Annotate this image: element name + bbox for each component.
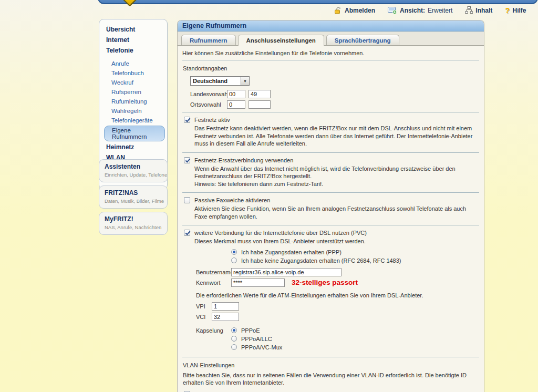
festnetz-aktiv-label: Festnetz aktiv: [194, 117, 230, 123]
radio-pppoe-label: PPPoE: [241, 327, 260, 334]
ortsvorwahl-prefix-input[interactable]: [227, 100, 245, 109]
tab-content: Hier können Sie zusätzliche Einstellunge…: [178, 46, 484, 392]
view-value: Erweitert: [428, 7, 452, 14]
vci-input[interactable]: [212, 313, 239, 321]
ersatzverbindung-label: Festnetz-Ersatzverbindung verwenden: [194, 157, 293, 163]
radio-ppp-label: Ich habe Zugangsdaten erhalten (PPP): [241, 249, 342, 255]
radio-pppoe[interactable]: PPPoE: [231, 327, 282, 334]
ortsvorwahl-row: Ortsvorwahl: [190, 100, 479, 109]
radio-rfc[interactable]: Ich habe keine Zugangsdaten erhalten (RF…: [231, 257, 479, 264]
sidebar-item-telefonie[interactable]: Telefonie: [99, 45, 167, 56]
padlock-icon: [334, 7, 342, 14]
kapselung-row: Kapselung PPPoE PPPoA/LLC PPPoA/VC-Mu: [196, 326, 479, 353]
festnetz-aktiv-checkbox[interactable]: Festnetz aktiv: [184, 117, 479, 123]
pvc-section: weitere Verbindung für die Internettelef…: [182, 225, 479, 357]
myfritz-box[interactable]: MyFRITZ! NAS, Anrufe, Nachrichten: [99, 212, 168, 235]
contents-button[interactable]: Inhalt: [465, 6, 492, 14]
kapselung-radio-group: PPPoE PPPoA/LLC PPPoA/VC-Mux: [231, 326, 282, 353]
country-select[interactable]: Deutschland ▼: [190, 76, 250, 86]
fritzbox-ui: Abmelden Ansicht: Erweitert Inhalt ? Hil: [0, 0, 538, 392]
checkbox-icon[interactable]: [184, 230, 190, 236]
logout-button[interactable]: Abmelden: [334, 7, 375, 14]
sidebar-item-internet[interactable]: Internet: [99, 35, 167, 45]
faxweiche-section: Passive Faxweiche aktivieren Aktivieren …: [182, 193, 479, 225]
assistenten-box[interactable]: Assistenten Einrichten, Update, Telefone: [99, 159, 168, 182]
pvc-checkbox[interactable]: weitere Verbindung für die Internettelef…: [184, 230, 479, 236]
tab-anschlusseinstellungen[interactable]: Anschlusseinstellungen: [238, 35, 324, 46]
vlan-desc: Bitte beachten Sie, dass nur in seltenen…: [183, 372, 479, 387]
checkbox-icon[interactable]: [184, 197, 190, 203]
standort-section: Standortangaben Deutschland ▼ Landesvorw…: [182, 60, 479, 112]
password-annotation: 32-stelliges passort: [292, 278, 358, 286]
sidebar-item-rufumleitung[interactable]: Rufumleitung: [99, 97, 167, 106]
kapselung-label: Kapselung: [196, 326, 231, 353]
radio-icon[interactable]: [231, 344, 237, 350]
checkbox-icon[interactable]: [184, 157, 190, 163]
contents-label: Inhalt: [475, 7, 492, 14]
sidebar-item-heimnetz[interactable]: Heimnetz: [99, 142, 167, 152]
top-menu: Abmelden Ansicht: Erweitert Inhalt ? Hil: [334, 6, 526, 15]
vlan-heading: VLAN-Einstellungen: [183, 362, 479, 368]
faxweiche-checkbox[interactable]: Passive Faxweiche aktivieren: [184, 197, 479, 203]
radio-rfc-label: Ich habe keine Zugangsdaten erhalten (RF…: [241, 257, 401, 264]
box-subtitle: Daten, Musik, Bilder, Filme: [105, 198, 167, 204]
ersatzverbindung-desc: Wenn die Anwahl über das Internet nicht …: [194, 165, 479, 180]
dropdown-arrow-icon[interactable]: ▼: [241, 77, 249, 85]
sidebar-item-anrufe[interactable]: Anrufe: [99, 59, 167, 68]
radio-icon[interactable]: [231, 249, 237, 255]
view-toggle[interactable]: Ansicht: Erweitert: [388, 6, 452, 14]
radio-ppp[interactable]: Ich habe Zugangsdaten erhalten (PPP): [231, 249, 479, 255]
faxweiche-label: Passive Faxweiche aktivieren: [194, 197, 270, 203]
help-label: Hilfe: [513, 7, 526, 14]
landesvorwahl-row: Landesvorwahl: [190, 90, 479, 98]
standort-heading: Standortangaben: [183, 65, 479, 71]
radio-icon[interactable]: [231, 257, 237, 263]
vpi-input[interactable]: [212, 302, 239, 311]
username-label: Benutzername: [196, 269, 231, 275]
radio-icon[interactable]: [231, 327, 237, 333]
sitemap-icon: [465, 6, 473, 14]
help-button[interactable]: ? Hilfe: [505, 6, 526, 15]
ersatzverbindung-section: Festnetz-Ersatzverbindung verwenden Wenn…: [182, 153, 479, 193]
radio-pppoa-llc-label: PPPoA/LLC: [241, 336, 272, 342]
sidebar-item-uebersicht[interactable]: Übersicht: [99, 24, 167, 35]
radio-pppoa-llc[interactable]: PPPoA/LLC: [231, 336, 282, 342]
password-input[interactable]: [231, 278, 285, 287]
logout-label: Abmelden: [345, 7, 375, 14]
ersatzverbindung-checkbox[interactable]: Festnetz-Ersatzverbindung verwenden: [184, 157, 479, 163]
sidebar-item-telefoniegeraete[interactable]: Telefoniegeräte: [99, 116, 167, 125]
sidebar-item-wahlregeln[interactable]: Wahlregeln: [99, 106, 167, 116]
tab-sprachuebertragung[interactable]: Sprachübertragung: [326, 35, 399, 45]
username-row: Benutzername: [196, 268, 479, 276]
page-title: Eigene Rufnummern: [178, 20, 484, 32]
screen-plus-icon: [388, 6, 397, 14]
ortsvorwahl-label: Ortsvorwahl: [190, 101, 227, 108]
checkbox-icon[interactable]: [184, 117, 190, 123]
radio-icon[interactable]: [231, 336, 237, 342]
sidebar-item-rufsperren[interactable]: Rufsperren: [99, 87, 167, 97]
fritznas-box[interactable]: FRITZ!NAS Daten, Musik, Bilder, Filme: [99, 185, 168, 209]
sidebar-item-telefonbuch[interactable]: Telefonbuch: [99, 68, 167, 78]
view-label: Ansicht:: [400, 7, 425, 14]
sidebar-item-eigene-rufnummern[interactable]: Eigene Rufnummern: [104, 126, 165, 141]
zugangsdaten-radio-group: Ich habe Zugangsdaten erhalten (PPP) Ich…: [231, 249, 479, 264]
password-row: Kennwort 32-stelliges passort: [196, 278, 479, 287]
box-title: FRITZ!NAS: [105, 189, 167, 197]
ersatzverbindung-hinweis: Hinweis: Sie telefonieren dann zum Festn…: [194, 180, 479, 188]
landesvorwahl-prefix-input[interactable]: [227, 90, 245, 98]
atm-text: Die erforderlichen Werte für die ATM-Ein…: [196, 292, 479, 298]
pvc-label: weitere Verbindung für die Internettelef…: [194, 230, 367, 236]
box-subtitle: Einrichten, Update, Telefone: [105, 172, 167, 178]
landesvorwahl-input[interactable]: [249, 90, 271, 98]
username-input[interactable]: [231, 268, 342, 276]
radio-pppoa-vcmux[interactable]: PPPoA/VC-Mux: [231, 344, 282, 350]
festnetz-section: Festnetz aktiv Das Festnetz kann deaktiv…: [182, 112, 479, 152]
question-icon: ?: [505, 6, 510, 15]
vpi-row: VPI: [196, 302, 479, 311]
landesvorwahl-label: Landesvorwahl: [190, 91, 227, 97]
country-select-value: Deutschland: [191, 77, 241, 85]
tab-rufnummern[interactable]: Rufnummern: [181, 35, 236, 45]
sidebar-item-weckruf[interactable]: Weckruf: [99, 78, 167, 87]
ortsvorwahl-input[interactable]: [249, 100, 271, 109]
vpi-label: VPI: [196, 303, 212, 310]
